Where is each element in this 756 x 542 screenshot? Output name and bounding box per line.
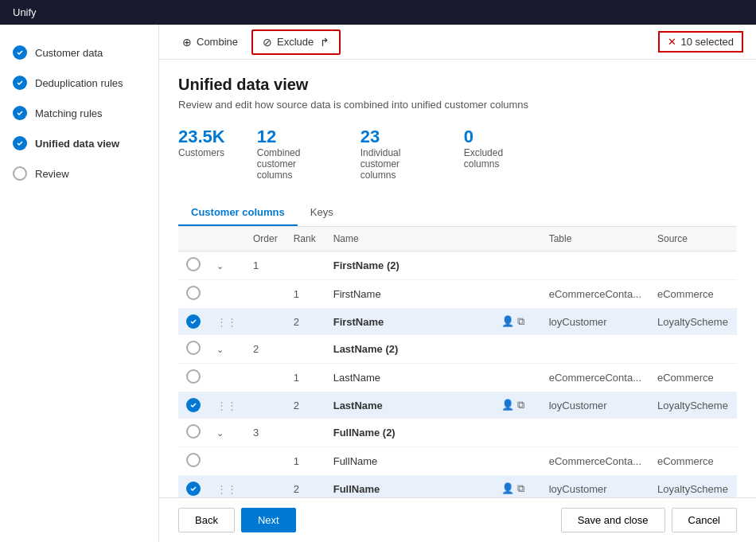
th-order: Order <box>245 227 286 252</box>
row-expand[interactable]: ⌄ <box>208 252 245 280</box>
row-table: eCommerceContа... <box>541 280 649 309</box>
row-source: LoyaltyScheme <box>649 392 737 419</box>
copy-icon[interactable]: ⧉ <box>517 315 524 327</box>
person-icon[interactable]: 👤 <box>501 315 514 327</box>
table-row-group[interactable]: ⌄ 3 FullName (2) <box>178 419 737 447</box>
save-close-button[interactable]: Save and close <box>561 508 665 532</box>
sidebar-item-review[interactable]: Review <box>0 158 158 189</box>
row-table-empty <box>541 335 649 364</box>
empty-circle-row <box>186 257 201 271</box>
row-checkbox[interactable] <box>178 447 208 476</box>
row-expand[interactable]: ⌄ <box>208 419 245 447</box>
th-check <box>178 227 208 252</box>
footer: Back Next Save and close Cancel <box>159 497 756 542</box>
copy-icon[interactable]: ⧉ <box>517 482 524 494</box>
row-source: eCommerce <box>649 280 737 309</box>
chevron-down-icon: ⌄ <box>216 261 224 271</box>
combine-label: Combine <box>197 36 238 48</box>
stats-row: 23.5K Customers 12 Combined customer col… <box>178 127 737 181</box>
check-icon-dedup-rules <box>13 76 27 90</box>
table-row[interactable]: 1 FirstName eCommerceContа... eCommerce <box>178 280 737 309</box>
row-group-name: LastName (2) <box>325 335 493 364</box>
row-drag[interactable]: ⋮⋮ <box>208 309 245 335</box>
table-row-group[interactable]: ⌄ 2 LastName (2) <box>178 335 737 364</box>
row-expand[interactable]: ⌄ <box>208 335 245 364</box>
row-drag[interactable] <box>208 364 245 392</box>
sidebar-item-customer-data[interactable]: Customer data <box>0 37 158 68</box>
table-row[interactable]: 1 LastName eCommerceContа... eCommerce <box>178 364 737 392</box>
drag-handle-icon[interactable]: ⋮⋮ <box>216 316 237 328</box>
stat-customers-label: Customers <box>178 147 225 158</box>
table-row[interactable]: ⋮⋮ 2 FirstName 👤⧉ loyCustomer LoyaltySch… <box>178 309 737 335</box>
toolbar-left: ⊕ Combine ⊘ Exclude ↱ <box>172 29 341 55</box>
table-row[interactable]: ⋮⋮ 2 LastName 👤⧉ loyCustomer LoyaltySche… <box>178 392 737 419</box>
row-rank: 1 <box>286 364 325 392</box>
th-source: Source <box>649 227 737 252</box>
row-order-empty <box>245 476 286 498</box>
row-name: FirstName <box>325 280 493 309</box>
tab-customer-columns[interactable]: Customer columns <box>178 200 298 226</box>
row-checkbox[interactable] <box>178 392 208 419</box>
person-icon[interactable]: 👤 <box>501 399 514 411</box>
table-row-group[interactable]: ⌄ 1 FirstName (2) <box>178 252 737 280</box>
row-action-icons: 👤⧉ <box>493 392 541 419</box>
stat-excluded: 0 Excluded columns <box>464 127 536 181</box>
data-table: Order Rank Name Table Source ⌄ 1 Firs <box>178 227 737 497</box>
row-name: FullName <box>325 476 493 498</box>
sidebar-label-review: Review <box>35 168 69 180</box>
row-order-empty <box>245 280 286 309</box>
table-row[interactable]: 1 FullName eCommerceContа... eCommerce <box>178 447 737 476</box>
sidebar-item-dedup-rules[interactable]: Deduplication rules <box>0 68 158 98</box>
sidebar-label-customer-data: Customer data <box>35 47 103 59</box>
stat-combined: 12 Combined customer columns <box>257 127 329 181</box>
table-row[interactable]: ⋮⋮ 2 FullName 👤⧉ loyCustomer LoyaltySche… <box>178 476 737 498</box>
cursor-indicator: ↱ <box>320 36 329 49</box>
row-order-empty <box>245 309 286 335</box>
back-button[interactable]: Back <box>178 508 235 532</box>
sidebar-label-matching-rules: Matching rules <box>35 107 103 119</box>
row-checkbox[interactable] <box>178 309 208 335</box>
drag-handle-icon[interactable]: ⋮⋮ <box>216 483 237 495</box>
row-rank: 1 <box>286 280 325 309</box>
chevron-down-icon: ⌄ <box>216 428 224 438</box>
row-drag[interactable]: ⋮⋮ <box>208 392 245 419</box>
row-table-empty <box>541 419 649 447</box>
row-checkbox[interactable] <box>178 280 208 309</box>
row-order-empty <box>245 392 286 419</box>
sidebar-label-unified-data-view: Unified data view <box>35 138 119 150</box>
next-button[interactable]: Next <box>241 508 296 532</box>
row-checkbox[interactable] <box>178 364 208 392</box>
cancel-button[interactable]: Cancel <box>672 508 737 532</box>
close-icon: ✕ <box>668 36 676 48</box>
stat-customers-value: 23.5K <box>178 127 225 147</box>
sidebar-item-unified-data-view[interactable]: Unified data view <box>0 128 158 158</box>
row-order-empty <box>245 447 286 476</box>
tab-keys[interactable]: Keys <box>298 200 346 226</box>
check-icon-customer-data <box>13 45 27 60</box>
th-icons <box>493 227 541 252</box>
stat-excluded-value: 0 <box>464 127 536 147</box>
row-drag[interactable] <box>208 280 245 309</box>
app-titlebar: Unify <box>0 0 756 25</box>
copy-icon[interactable]: ⧉ <box>517 399 524 411</box>
row-checkbox[interactable] <box>178 476 208 498</box>
row-rank: 2 <box>286 476 325 498</box>
row-checkbox[interactable] <box>178 335 208 364</box>
row-drag[interactable]: ⋮⋮ <box>208 476 245 498</box>
row-icons-empty <box>493 335 541 364</box>
person-icon[interactable]: 👤 <box>501 482 514 494</box>
check-icon-unified-data-view <box>13 136 27 150</box>
sidebar-item-matching-rules[interactable]: Matching rules <box>0 98 158 128</box>
row-source-empty <box>649 419 737 447</box>
drag-handle-icon[interactable]: ⋮⋮ <box>216 400 237 411</box>
row-drag[interactable] <box>208 447 245 476</box>
row-checkbox[interactable] <box>178 252 208 280</box>
combine-button[interactable]: ⊕ Combine <box>172 29 248 55</box>
th-expand <box>208 227 245 252</box>
empty-circle-row <box>186 453 201 467</box>
exclude-button[interactable]: ⊘ Exclude ↱ <box>251 29 341 55</box>
footer-left: Back Next <box>178 508 296 532</box>
row-checkbox[interactable] <box>178 419 208 447</box>
row-icons-empty <box>493 252 541 280</box>
stat-individual-label: Individual customer columns <box>360 147 432 181</box>
